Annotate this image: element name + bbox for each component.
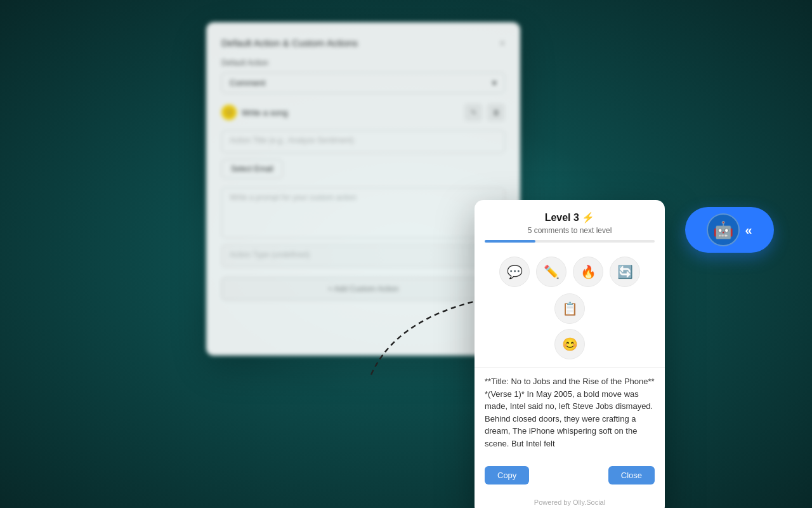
icon-smile[interactable]: 😊 xyxy=(554,329,585,359)
icon-comment[interactable]: 💬 xyxy=(499,257,530,287)
delete-action-button[interactable]: 🗑 xyxy=(487,104,505,121)
panel-header: Level 3 ⚡ 5 comments to next level xyxy=(475,200,665,257)
panel-footer: Powered by Olly.Social xyxy=(475,493,665,508)
action-icons-second-row: 😊 xyxy=(475,329,665,367)
generated-text: **Title: No to Jobs and the Rise of the … xyxy=(485,375,655,450)
action-emoji: 🙂 xyxy=(221,105,237,120)
generated-text-area: **Title: No to Jobs and the Rise of the … xyxy=(475,367,665,457)
background-modal: Default Action & Custom Actions × Defaul… xyxy=(206,22,520,356)
copy-button[interactable]: Copy xyxy=(485,466,529,485)
chevron-down-icon: ▾ xyxy=(492,78,497,88)
bg-modal-close-icon[interactable]: × xyxy=(500,38,505,48)
default-action-select[interactable]: Comment ▾ xyxy=(221,72,505,93)
prompt-textarea[interactable]: Write a prompt for your custom action xyxy=(221,187,505,238)
level-panel: Level 3 ⚡ 5 comments to next level 💬 ✏️ … xyxy=(475,200,665,508)
icon-edit[interactable]: ✏️ xyxy=(536,257,566,287)
close-button[interactable]: Close xyxy=(608,466,655,485)
add-custom-action-button[interactable]: + Add Custom Action xyxy=(221,277,505,300)
action-text: Write a song xyxy=(242,108,459,117)
robot-widget[interactable]: 🤖 « xyxy=(685,207,774,253)
icon-clipboard[interactable]: 📋 xyxy=(554,293,585,324)
progress-track xyxy=(485,240,655,243)
icon-refresh[interactable]: 🔄 xyxy=(610,257,640,287)
icon-fire[interactable]: 🔥 xyxy=(573,257,603,287)
panel-title: Level 3 ⚡ xyxy=(485,211,655,224)
chevron-left-icon: « xyxy=(745,223,752,237)
edit-action-button[interactable]: ✎ xyxy=(464,104,482,121)
progress-fill xyxy=(485,240,535,243)
action-title-input[interactable]: Action Title (e.g., Analyze Sentiment) xyxy=(221,130,505,153)
panel-subtitle: 5 comments to next level xyxy=(485,226,655,235)
select-email-button[interactable]: Select Email xyxy=(221,159,283,178)
custom-action-row: 🙂 Write a song ✎ 🗑 xyxy=(221,104,505,121)
action-type-select[interactable]: Action Type (undefined) xyxy=(221,244,505,267)
panel-actions: Copy Close xyxy=(475,457,665,493)
default-action-label: Default Action xyxy=(221,58,505,67)
bg-modal-title: Default Action & Custom Actions × xyxy=(221,37,505,48)
robot-icon: 🤖 xyxy=(707,213,740,246)
action-icons-row: 💬 ✏️ 🔥 🔄 📋 xyxy=(475,257,665,329)
